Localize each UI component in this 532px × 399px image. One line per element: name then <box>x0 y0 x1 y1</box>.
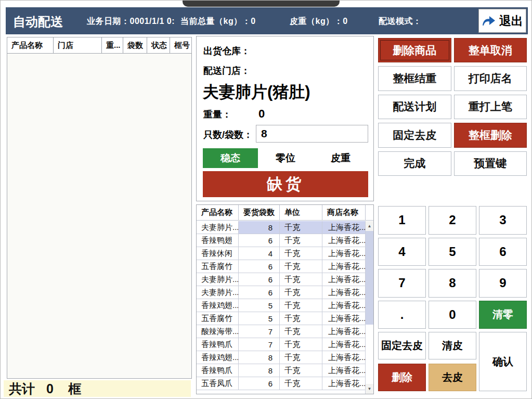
numpad-key-6[interactable]: 6 <box>479 238 527 266</box>
delivery-plan-button[interactable]: 配送计划 <box>378 95 451 119</box>
cell-store: 上海香花... <box>322 299 366 312</box>
table-row[interactable]: 五香腐竹6千克上海香花... <box>197 260 366 273</box>
numpad-key-5[interactable]: 5 <box>429 238 476 266</box>
cell-store: 上海香花... <box>322 338 366 351</box>
total-suffix: 框 <box>68 380 81 397</box>
qty-input[interactable] <box>256 125 368 143</box>
business-date-label: 业务日期：0001/1/1 0: <box>87 16 175 27</box>
cell-unit: 千克 <box>280 286 322 299</box>
delete-item-button[interactable]: 删除商品 <box>378 38 451 62</box>
column-header[interactable]: 商店名称 <box>322 205 366 220</box>
clear-zero-button[interactable]: 清零 <box>479 301 527 329</box>
numpad-key-9[interactable]: 9 <box>479 269 527 298</box>
cell-unit: 千克 <box>280 377 322 390</box>
dispatch-list-header: 产品名称门店重...袋数状态框号 <box>7 37 191 54</box>
column-header[interactable]: 产品名称 <box>7 37 54 53</box>
action-buttons: 删除商品整单取消整框结重打印店名配送计划重打上笔固定去皮整框删除完成预置键 <box>378 38 527 176</box>
table-row[interactable]: 香辣鸡翅...5千克上海香花... <box>197 299 366 312</box>
exit-button[interactable]: 退出 <box>478 9 526 33</box>
cell-name: 香辣鸡翅... <box>197 351 239 364</box>
dispatch-list-panel: 产品名称门店重...袋数状态框号 <box>7 37 192 379</box>
numpad-key-7[interactable]: 7 <box>378 269 426 298</box>
reprint-last-button[interactable]: 重打上笔 <box>454 95 527 119</box>
cell-name: 香辣鸭翅 <box>197 234 239 247</box>
weight-value: 0 <box>258 107 265 121</box>
fixed-tare-button[interactable]: 固定去皮 <box>378 123 451 147</box>
cell-unit: 千克 <box>280 221 322 234</box>
table-row[interactable]: 香辣鸭爪7千克上海香花... <box>197 338 366 351</box>
table-row[interactable]: 夫妻肺片...6千克上海香花... <box>197 286 366 299</box>
cell-name: 五香腐竹 <box>197 312 239 325</box>
dispatch-list-body[interactable] <box>7 54 191 378</box>
table-row[interactable]: 五香腐竹5千克上海香花... <box>197 312 366 325</box>
numpad-key-3[interactable]: 3 <box>479 206 527 235</box>
numpad-key-1[interactable]: 1 <box>378 206 426 235</box>
cell-store: 上海香花... <box>322 234 366 247</box>
table-row[interactable]: 香辣鸡翅...8千克上海香花... <box>197 351 366 364</box>
cell-unit: 千克 <box>280 273 322 286</box>
scroll-down-icon[interactable]: ▼ <box>366 384 373 394</box>
numpad-key-2[interactable]: 2 <box>429 206 476 235</box>
column-header[interactable]: 框号 <box>170 37 191 53</box>
function-keys: 固定去皮 清皮 确认 删除 去皮 <box>378 332 527 391</box>
frame-weigh-button[interactable]: 整框结重 <box>378 66 451 91</box>
column-header[interactable]: 重... <box>102 37 123 53</box>
cancel-order-button[interactable]: 整单取消 <box>454 38 527 62</box>
column-header[interactable]: 袋数 <box>123 37 147 53</box>
print-store-name-button[interactable]: 打印店名 <box>454 66 527 91</box>
cell-unit: 千克 <box>280 247 322 260</box>
order-table-header: 产品名称要货袋数单位商店名称 <box>197 205 373 221</box>
cell-store: 上海香花... <box>322 286 366 299</box>
table-row[interactable]: 香辣鸭翅6千克上海香花... <box>197 234 366 247</box>
frame-delete-button[interactable]: 整框删除 <box>454 123 527 147</box>
table-row[interactable]: 香辣鸭爪8千克上海香花... <box>197 364 366 377</box>
order-table-panel: 产品名称要货袋数单位商店名称 夫妻肺片...8千克上海香花...香辣鸭翅6千克上… <box>196 204 374 394</box>
column-header[interactable]: 门店 <box>54 37 102 53</box>
confirm-key[interactable]: 确认 <box>479 332 527 391</box>
current-total-label: 当前总量（kg）：0 <box>180 16 256 27</box>
total-frames-bar: 共计 0 框 <box>4 380 191 397</box>
table-row[interactable]: 五香凤爪6千克上海香花... <box>197 377 366 390</box>
finish-button[interactable]: 完成 <box>378 151 451 176</box>
shortage-button[interactable]: 缺货 <box>203 171 368 197</box>
order-table-scrollbar[interactable]: ▲ ▼ <box>365 221 373 394</box>
preset-key-button[interactable]: 预置键 <box>454 151 527 176</box>
cell-qty: 5 <box>239 299 280 312</box>
tare-indicator: 皮重 <box>313 148 368 168</box>
column-header[interactable]: 产品名称 <box>197 205 239 220</box>
cell-unit: 千克 <box>280 351 322 364</box>
clear-tare-key[interactable]: 清皮 <box>429 332 476 359</box>
table-row[interactable]: 夫妻肺片...6千克上海香花... <box>197 273 366 286</box>
cell-qty: 8 <box>239 221 280 234</box>
cell-name: 香辣鸡翅... <box>197 299 239 312</box>
cell-name: 五香腐竹 <box>197 260 239 273</box>
scroll-up-icon[interactable]: ▲ <box>366 221 373 231</box>
screen-notch <box>183 1 340 7</box>
numpad-key-0[interactable]: 0 <box>429 301 476 329</box>
table-row[interactable]: 酸辣海带...7千克上海香花... <box>197 325 366 338</box>
cell-store: 上海香花... <box>322 377 366 390</box>
tare-key[interactable]: 去皮 <box>429 364 476 391</box>
numpad-key-4[interactable]: 4 <box>378 238 426 266</box>
cell-unit: 千克 <box>280 338 322 351</box>
table-row[interactable]: 夫妻肺片...8千克上海香花... <box>197 221 366 234</box>
numpad-key-8[interactable]: 8 <box>429 269 476 298</box>
cell-qty: 5 <box>239 312 280 325</box>
fixed-tare-key[interactable]: 固定去皮 <box>378 332 426 359</box>
cell-qty: 8 <box>239 364 280 377</box>
zero-indicator: 零位 <box>258 148 313 168</box>
scrollbar-thumb[interactable] <box>366 231 373 325</box>
cell-unit: 千克 <box>280 325 322 338</box>
delete-key[interactable]: 删除 <box>378 364 426 391</box>
warehouse-label: 出货仓库： <box>203 45 250 57</box>
stable-indicator: 稳态 <box>203 148 258 168</box>
cell-name: 五香凤爪 <box>197 377 239 390</box>
column-header[interactable]: 单位 <box>280 205 322 220</box>
column-header[interactable]: 状态 <box>147 37 170 53</box>
cell-name: 夫妻肺片... <box>197 273 239 286</box>
total-value: 0 <box>46 381 54 396</box>
cell-store: 上海香花... <box>322 312 366 325</box>
column-header[interactable]: 要货袋数 <box>239 205 280 220</box>
numpad-key-dot[interactable]: . <box>378 301 426 329</box>
table-row[interactable]: 香辣休闲4千克上海香花... <box>197 247 366 260</box>
